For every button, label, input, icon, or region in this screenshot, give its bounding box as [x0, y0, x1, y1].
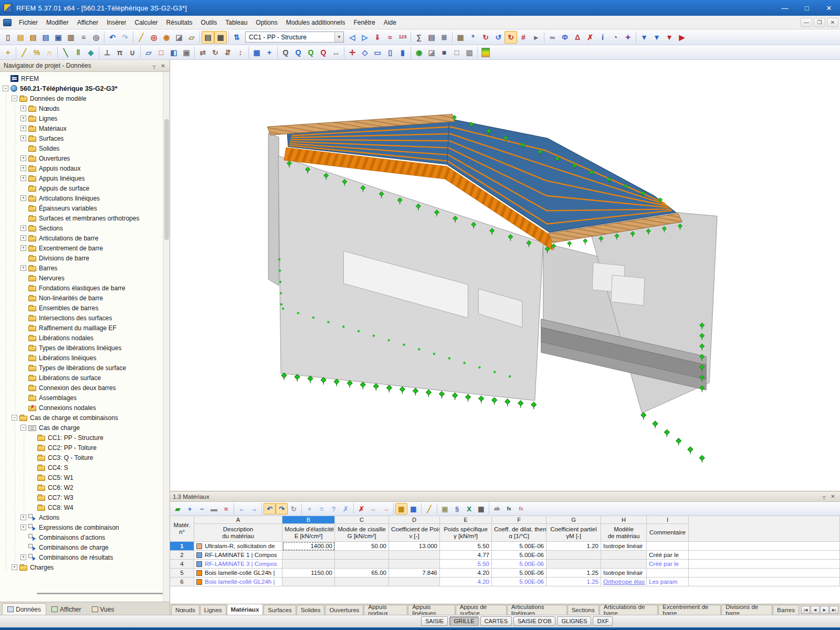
insert-line-icon[interactable]: ╱	[18, 46, 30, 59]
table-tab-divisions-de-barre[interactable]: Divisions de barre	[721, 605, 772, 615]
cell-help-icon[interactable]: ?	[328, 503, 340, 514]
table-tab-n-uds[interactable]: Nœuds	[171, 605, 200, 615]
pick-object-icon[interactable]: ◪	[173, 31, 185, 44]
status-saisie-button[interactable]: SAISIE	[421, 616, 448, 626]
cell-alpha[interactable]: 5.00E-06	[492, 569, 547, 578]
chart-icon[interactable]: ≈	[220, 503, 232, 514]
menu-ins-rer[interactable]: Insérer	[102, 16, 130, 29]
tree-item-types-de-lib-rations-lin-iques[interactable]: Types de libérations linéiques	[2, 343, 163, 353]
cell-e[interactable]: 1400.00	[282, 542, 335, 551]
insert-polyline-icon[interactable]: %	[30, 46, 43, 59]
menu-options[interactable]: Options	[251, 16, 281, 29]
tree-item-donn-es-de-mod-le[interactable]: −Données de modèle	[2, 93, 163, 103]
clipboard-icon[interactable]: ▥	[65, 31, 77, 44]
delete-rows-icon[interactable]: ✗	[355, 503, 368, 514]
cell-nu[interactable]: 7.846	[389, 569, 440, 578]
column-header-b[interactable]: Module d'élasticitéE [kN/cm²]	[282, 524, 335, 542]
prev-tab-button[interactable]: ◀	[811, 606, 820, 614]
menu-modules-additionnels[interactable]: Modules additionnels	[282, 16, 350, 29]
expand-icon[interactable]: +	[20, 225, 26, 231]
close-icon[interactable]: ✕	[159, 61, 167, 70]
table-redo-icon[interactable]: ↷	[276, 503, 288, 514]
cell-edit-icon[interactable]: =	[316, 503, 328, 514]
tree-item-n-uds[interactable]: +Nœuds	[2, 103, 163, 113]
sync-grid-icon[interactable]: ▦	[395, 503, 407, 514]
table-refresh-icon[interactable]: ↻	[288, 503, 300, 514]
excel-export-icon[interactable]: X	[463, 503, 475, 514]
status-saisie-d-ob-button[interactable]: SAISIE D'OB	[513, 616, 555, 626]
cell-model[interactable]: Isotrope linéair	[601, 542, 647, 551]
tree-item-appuis-de-surface[interactable]: Appuis de surface	[2, 183, 163, 193]
select-special-icon[interactable]: +	[263, 46, 276, 59]
flag-red-2-icon[interactable]: ▶	[676, 31, 688, 44]
column-header-f[interactable]: Coeff. de dilat. thermα [1/°C]	[492, 524, 547, 542]
tree-item-fondations-lastiques-de-barre[interactable]: Fondations élastiques de barre	[2, 283, 163, 293]
cell-alpha[interactable]: 5.00E-06	[492, 578, 547, 586]
fx-icon[interactable]: fx	[503, 503, 515, 514]
cell-nu[interactable]: 13.000	[389, 542, 440, 551]
column-header-mater[interactable]: Matér.n°	[170, 516, 194, 542]
cell-model[interactable]	[601, 551, 647, 560]
tree-resize-grip[interactable]	[37, 593, 170, 594]
render-wire-icon[interactable]: □	[450, 46, 463, 59]
undo-icon[interactable]: ↶	[106, 31, 119, 44]
delete-icon[interactable]: ✗	[584, 31, 596, 44]
menu-calculer[interactable]: Calculer	[131, 16, 162, 29]
cell-alpha[interactable]: 5.00E-06	[492, 542, 547, 551]
expand-icon[interactable]: +	[20, 524, 26, 530]
results-table-icon[interactable]: ▤	[425, 31, 438, 44]
table-tab-surfaces[interactable]: Surfaces	[264, 605, 296, 615]
status-glignes-button[interactable]: GLIGNES	[557, 616, 591, 626]
mirror-icon[interactable]: Δ	[571, 31, 584, 44]
expand-icon[interactable]: +	[20, 125, 26, 131]
fx-off-icon[interactable]: fx	[515, 503, 527, 514]
row-strike-icon[interactable]: ▬	[208, 503, 220, 514]
column-header-e[interactable]: Poids spécifiqueγ [kN/m³]	[440, 524, 492, 542]
column-letter-c[interactable]: C	[335, 516, 389, 524]
cell-model[interactable]: Orthotrope élas	[601, 578, 647, 586]
column-header-h[interactable]: Modèlede matériau	[601, 524, 647, 542]
row-header-1[interactable]: 1	[170, 542, 194, 551]
axis-icon[interactable]: Φ	[559, 31, 571, 44]
info-icon[interactable]: i	[596, 31, 609, 44]
row-header-6[interactable]: 6	[170, 578, 194, 586]
cell-clear-icon[interactable]: ✗	[340, 503, 352, 514]
cell-gamma_m[interactable]: 1.25	[547, 578, 601, 586]
expand-icon[interactable]: +	[20, 245, 26, 251]
print-preview-icon[interactable]: ◎	[90, 31, 102, 44]
menu-modifier[interactable]: Modifier	[42, 16, 73, 29]
navigator-tab-afficher[interactable]: Afficher	[46, 603, 86, 615]
mdi-restore-button[interactable]: ❐	[814, 18, 825, 27]
column-letter-b[interactable]: B	[282, 516, 335, 524]
open-project-icon[interactable]: ▤	[27, 31, 39, 44]
tree-item-non-lin-arit-s-de-barre[interactable]: Non-linéarités de barre	[2, 293, 163, 303]
tree-item-excentrement-de-barre[interactable]: +Excentrement de barre	[2, 243, 163, 253]
tree-item-articulations-de-barre[interactable]: +Articulations de barre	[2, 233, 163, 243]
expand-icon[interactable]: +	[20, 106, 26, 111]
column-header-i[interactable]: Commentaire	[647, 524, 689, 542]
tree-item-appuis-lin-iques[interactable]: +Appuis linéiques	[2, 173, 163, 183]
expand-icon[interactable]: +	[20, 155, 26, 161]
tree-item-cc4-s[interactable]: CC4: S	[2, 463, 163, 472]
column-letter-g[interactable]: G	[547, 516, 601, 524]
insert-node-icon[interactable]: +	[2, 46, 14, 59]
menu-fichier[interactable]: Fichier	[15, 16, 42, 29]
table-tab-articulations-lin-iques[interactable]: Articulations linéiques	[507, 605, 567, 615]
model-3d-viewport[interactable]	[170, 60, 840, 491]
tree-item-cc1-pp-structure[interactable]: CC1: PP - Structure	[2, 433, 163, 443]
table-tab-lignes[interactable]: Lignes	[200, 605, 226, 615]
zoom-in-icon[interactable]: Q	[292, 46, 304, 59]
menu-tableau[interactable]: Tableau	[221, 16, 251, 29]
column-letter-e[interactable]: E	[440, 516, 492, 524]
support-line-icon[interactable]: π	[113, 46, 126, 59]
cell-e[interactable]: 1150.00	[282, 569, 335, 578]
cell-gamma[interactable]: 4.20	[440, 578, 492, 586]
edit-target-icon[interactable]: ◎	[148, 31, 160, 44]
import-image-icon[interactable]: ▣	[439, 503, 451, 514]
column-header-g[interactable]: Coefficient partielγM [-]	[547, 524, 601, 542]
new-block-icon[interactable]: ▣	[180, 46, 193, 59]
collapse-icon[interactable]: −	[3, 86, 8, 91]
cell-nu[interactable]	[389, 551, 440, 560]
insert-surface-cell-icon[interactable]: ◆	[85, 46, 97, 59]
menu-afficher[interactable]: Afficher	[73, 16, 102, 29]
